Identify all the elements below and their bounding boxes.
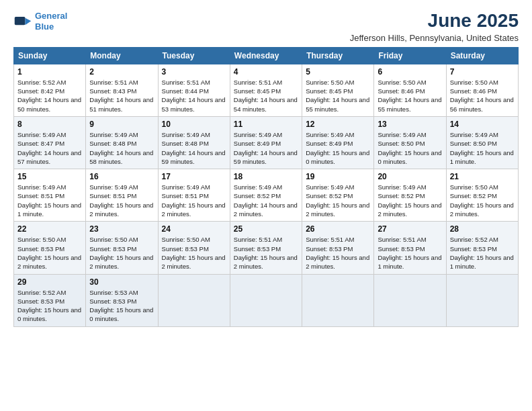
subtitle: Jefferson Hills, Pennsylvania, United St… [350,33,519,43]
day-info: Sunrise: 5:51 AMSunset: 8:53 PMDaylight:… [234,235,298,271]
calendar-cell: 24Sunrise: 5:50 AMSunset: 8:53 PMDayligh… [158,222,230,274]
day-info: Sunrise: 5:49 AMSunset: 8:51 PMDaylight:… [89,183,154,218]
day-number: 7 [450,67,515,77]
day-number: 12 [306,120,370,129]
calendar-cell: 25Sunrise: 5:51 AMSunset: 8:53 PMDayligh… [230,222,302,274]
day-info: Sunrise: 5:49 AMSunset: 8:48 PMDaylight:… [89,130,154,166]
day-info: Sunrise: 5:50 AMSunset: 8:46 PMDaylight:… [378,78,442,113]
calendar-cell: 12Sunrise: 5:49 AMSunset: 8:49 PMDayligh… [302,116,374,169]
day-number: 11 [234,120,298,129]
calendar-week-row: 1Sunrise: 5:52 AMSunset: 8:42 PMDaylight… [14,64,519,116]
calendar-header-cell: Monday [86,47,158,64]
day-number: 2 [89,67,154,77]
day-info: Sunrise: 5:50 AMSunset: 8:53 PMDaylight:… [89,235,154,271]
day-number: 10 [162,120,226,129]
logo-text: General Blue [35,11,67,32]
calendar-cell: 11Sunrise: 5:49 AMSunset: 8:49 PMDayligh… [230,116,302,169]
day-info: Sunrise: 5:49 AMSunset: 8:49 PMDaylight:… [306,130,370,166]
calendar-cell: 14Sunrise: 5:49 AMSunset: 8:50 PMDayligh… [446,116,518,169]
day-number: 15 [17,172,82,181]
day-number: 23 [89,224,154,234]
page: General Blue June 2025 Jefferson Hills, … [0,0,532,411]
day-info: Sunrise: 5:51 AMSunset: 8:44 PMDaylight:… [162,78,226,113]
logo: General Blue [13,11,67,32]
day-info: Sunrise: 5:49 AMSunset: 8:51 PMDaylight:… [17,183,82,218]
calendar-cell: 26Sunrise: 5:51 AMSunset: 8:53 PMDayligh… [302,222,374,274]
calendar-cell [158,274,230,326]
title-block: June 2025 Jefferson Hills, Pennsylvania,… [350,11,519,43]
calendar-cell [374,274,446,326]
day-number: 24 [162,224,226,234]
calendar-cell: 1Sunrise: 5:52 AMSunset: 8:42 PMDaylight… [14,64,86,116]
calendar-week-row: 29Sunrise: 5:52 AMSunset: 8:53 PMDayligh… [14,274,519,326]
day-number: 27 [378,224,442,234]
day-info: Sunrise: 5:51 AMSunset: 8:43 PMDaylight:… [89,78,154,113]
calendar-week-row: 22Sunrise: 5:50 AMSunset: 8:53 PMDayligh… [14,222,519,274]
day-number: 22 [17,224,82,234]
calendar-cell: 13Sunrise: 5:49 AMSunset: 8:50 PMDayligh… [374,116,446,169]
calendar-cell: 30Sunrise: 5:53 AMSunset: 8:53 PMDayligh… [86,274,158,326]
day-info: Sunrise: 5:51 AMSunset: 8:45 PMDaylight:… [234,78,298,113]
day-number: 1 [17,67,82,77]
day-info: Sunrise: 5:50 AMSunset: 8:53 PMDaylight:… [17,235,82,271]
day-info: Sunrise: 5:49 AMSunset: 8:52 PMDaylight:… [378,183,442,218]
day-info: Sunrise: 5:51 AMSunset: 8:53 PMDaylight:… [306,235,370,271]
svg-rect-0 [15,17,26,25]
calendar-cell: 2Sunrise: 5:51 AMSunset: 8:43 PMDaylight… [86,64,158,116]
day-number: 6 [378,67,442,77]
calendar-cell: 28Sunrise: 5:52 AMSunset: 8:53 PMDayligh… [446,222,518,274]
calendar-cell: 3Sunrise: 5:51 AMSunset: 8:44 PMDaylight… [158,64,230,116]
calendar-cell: 8Sunrise: 5:49 AMSunset: 8:47 PMDaylight… [14,116,86,169]
day-info: Sunrise: 5:53 AMSunset: 8:53 PMDaylight:… [89,288,154,324]
calendar-week-row: 15Sunrise: 5:49 AMSunset: 8:51 PMDayligh… [14,169,519,222]
header: General Blue June 2025 Jefferson Hills, … [13,11,519,43]
calendar-header-cell: Thursday [302,47,374,64]
day-info: Sunrise: 5:49 AMSunset: 8:52 PMDaylight:… [234,183,298,218]
calendar-cell: 7Sunrise: 5:50 AMSunset: 8:46 PMDaylight… [446,64,518,116]
calendar-header-cell: Friday [374,47,446,64]
day-info: Sunrise: 5:50 AMSunset: 8:46 PMDaylight:… [450,78,515,113]
main-title: June 2025 [350,11,519,32]
day-info: Sunrise: 5:50 AMSunset: 8:52 PMDaylight:… [450,183,515,218]
logo-line2: Blue [35,21,54,32]
day-info: Sunrise: 5:52 AMSunset: 8:53 PMDaylight:… [17,288,82,324]
calendar-cell: 4Sunrise: 5:51 AMSunset: 8:45 PMDaylight… [230,64,302,116]
day-number: 28 [450,224,515,234]
calendar-header-cell: Tuesday [158,47,230,64]
day-info: Sunrise: 5:49 AMSunset: 8:52 PMDaylight:… [306,183,370,218]
day-info: Sunrise: 5:52 AMSunset: 8:42 PMDaylight:… [17,78,82,113]
calendar-cell: 19Sunrise: 5:49 AMSunset: 8:52 PMDayligh… [302,169,374,222]
calendar-cell: 10Sunrise: 5:49 AMSunset: 8:48 PMDayligh… [158,116,230,169]
day-number: 8 [17,120,82,129]
day-info: Sunrise: 5:49 AMSunset: 8:48 PMDaylight:… [162,130,226,166]
calendar-cell: 15Sunrise: 5:49 AMSunset: 8:51 PMDayligh… [14,169,86,222]
day-number: 29 [17,277,82,287]
day-number: 14 [450,120,515,129]
calendar-cell [302,274,374,326]
day-number: 26 [306,224,370,234]
calendar-cell: 9Sunrise: 5:49 AMSunset: 8:48 PMDaylight… [86,116,158,169]
day-number: 16 [89,172,154,181]
svg-marker-1 [26,17,32,25]
day-info: Sunrise: 5:49 AMSunset: 8:47 PMDaylight:… [17,130,82,166]
day-number: 30 [89,277,154,287]
calendar-header-cell: Sunday [14,47,86,64]
day-number: 20 [378,172,442,181]
calendar-cell: 6Sunrise: 5:50 AMSunset: 8:46 PMDaylight… [374,64,446,116]
day-info: Sunrise: 5:52 AMSunset: 8:53 PMDaylight:… [450,235,515,271]
calendar-cell: 18Sunrise: 5:49 AMSunset: 8:52 PMDayligh… [230,169,302,222]
day-number: 13 [378,120,442,129]
calendar-cell: 29Sunrise: 5:52 AMSunset: 8:53 PMDayligh… [14,274,86,326]
day-number: 18 [234,172,298,181]
day-info: Sunrise: 5:49 AMSunset: 8:51 PMDaylight:… [162,183,226,218]
calendar-header-cell: Saturday [446,47,518,64]
day-number: 5 [306,67,370,77]
calendar-cell: 22Sunrise: 5:50 AMSunset: 8:53 PMDayligh… [14,222,86,274]
logo-line1: General [35,11,67,21]
day-info: Sunrise: 5:50 AMSunset: 8:45 PMDaylight:… [306,78,370,113]
calendar-table: SundayMondayTuesdayWednesdayThursdayFrid… [13,47,519,327]
day-info: Sunrise: 5:49 AMSunset: 8:50 PMDaylight:… [450,130,515,166]
day-info: Sunrise: 5:49 AMSunset: 8:50 PMDaylight:… [378,130,442,166]
calendar-cell: 21Sunrise: 5:50 AMSunset: 8:52 PMDayligh… [446,169,518,222]
calendar-cell: 20Sunrise: 5:49 AMSunset: 8:52 PMDayligh… [374,169,446,222]
